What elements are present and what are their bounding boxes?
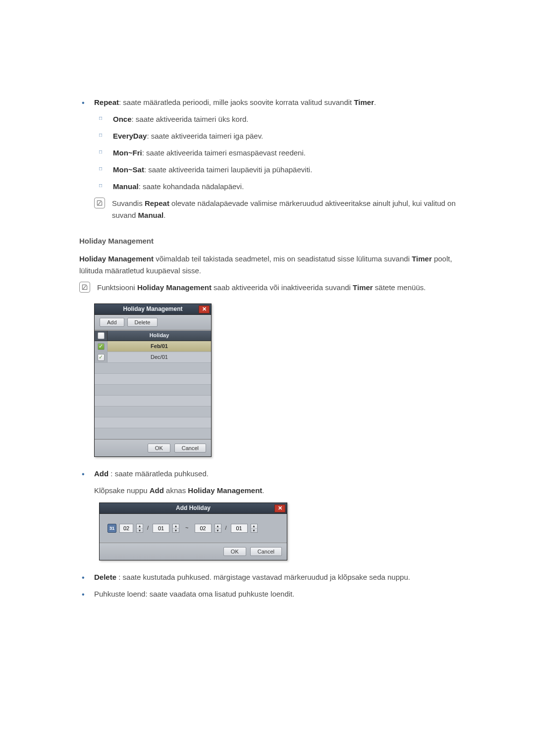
table-row-empty xyxy=(95,385,211,396)
hm-row-value: Feb/01 xyxy=(107,342,211,351)
date-separator: / xyxy=(224,524,228,533)
table-row-empty xyxy=(95,396,211,406)
hm-note-b1: Holiday Management xyxy=(137,283,212,292)
delete-tail: : saate kustutada puhkused. märgistage v… xyxy=(116,573,410,581)
repeat-note: Suvandis Repeat olevate nädalapäevade va… xyxy=(94,198,456,221)
repeat-monsat-desc: : saate aktiveerida taimeri laupäeviti j… xyxy=(144,165,312,174)
delete-button[interactable]: Delete xyxy=(127,318,158,327)
add-line2-trail: . xyxy=(262,486,264,495)
note-icon xyxy=(79,282,90,293)
hm-note-trail: sätete menüüs. xyxy=(373,283,426,292)
repeat-everyday: EveryDay: saate aktiveerida taimeri iga … xyxy=(94,130,456,142)
ok-button[interactable]: OK xyxy=(148,444,170,453)
ah-title: Add Holiday xyxy=(176,504,211,513)
repeat-everyday-desc: : saate aktiveerida taimeri iga päev. xyxy=(147,132,263,140)
repeat-manual-label: Manual xyxy=(113,182,139,191)
repeat-monfri-label: Mon~Fri xyxy=(113,149,142,157)
hm-table-header: Holiday xyxy=(95,330,211,341)
hm-row-value: Dec/01 xyxy=(107,353,211,362)
repeat-manual-desc: : saate kohandada nädalapäevi. xyxy=(139,182,244,191)
add-label: Add xyxy=(94,469,108,478)
table-row-empty xyxy=(95,406,211,417)
hm-heading: Holiday Management xyxy=(79,235,456,247)
hm-header-checkbox[interactable] xyxy=(98,332,105,339)
repeat-item: Repeat: saate määratleda perioodi, mille… xyxy=(79,97,456,108)
repeat-desc: : saate määratleda perioodi, mille jaoks… xyxy=(119,98,354,106)
repeat-trail: . xyxy=(374,98,376,106)
holiday-management-dialog: Holiday Management ✕ Add Delete Holiday … xyxy=(94,303,212,457)
note-icon xyxy=(94,198,105,208)
end-month-field[interactable] xyxy=(195,524,212,533)
table-row[interactable]: ✓ Dec/01 xyxy=(95,352,211,363)
hm-rows: ✓ Feb/01 ✓ Dec/01 xyxy=(95,341,211,439)
range-separator: ~ xyxy=(182,524,191,533)
end-month-stepper[interactable]: ▲▼ xyxy=(214,524,221,533)
close-icon[interactable]: ✕ xyxy=(199,305,210,313)
delete-label: Delete xyxy=(94,573,116,581)
ah-footer: OK Cancel xyxy=(100,543,287,560)
hm-column-holiday: Holiday xyxy=(107,331,211,340)
hm-note-mid: saab aktiveerida või inaktiveerida suvan… xyxy=(212,283,353,292)
add-item: Add : saate määratleda puhkused. xyxy=(79,468,456,480)
repeat-monsat-label: Mon~Sat xyxy=(113,165,144,174)
holiday-list-item: Puhkuste loend: saate vaadata oma lisatu… xyxy=(79,588,456,600)
repeat-note-text: Suvandis Repeat olevate nädalapäevade va… xyxy=(112,198,456,221)
start-month-stepper[interactable]: ▲▼ xyxy=(136,524,143,533)
table-row-empty xyxy=(95,374,211,385)
start-month-field[interactable] xyxy=(119,524,133,533)
hm-note-text: Funktsiooni Holiday Management saab akti… xyxy=(97,282,456,294)
ah-body: 31 ▲▼ / ▲▼ ~ ▲▼ / ▲▼ xyxy=(100,514,287,543)
hm-row-checkbox[interactable]: ✓ xyxy=(98,343,105,350)
add-line2-b1: Add xyxy=(150,486,164,495)
ok-button[interactable]: OK xyxy=(223,547,246,556)
hm-para1-timer: Timer xyxy=(412,254,432,263)
hm-footer: OK Cancel xyxy=(95,439,211,456)
repeat-monsat: Mon~Sat: saate aktiveerida taimeri laupä… xyxy=(94,164,456,176)
hm-note-pre: Funktsiooni xyxy=(97,283,137,292)
repeat-timer-word: Timer xyxy=(354,98,374,106)
repeat-monfri-desc: : saate aktiveerida taimeri esmaspäevast… xyxy=(142,149,306,157)
ah-titlebar: Add Holiday ✕ xyxy=(100,503,287,514)
cancel-button[interactable]: Cancel xyxy=(174,444,206,453)
add-tail: : saate määratleda puhkused. xyxy=(108,469,209,478)
table-row-empty xyxy=(95,428,211,439)
hm-note: Funktsiooni Holiday Management saab akti… xyxy=(79,282,456,294)
add-button[interactable]: Add xyxy=(100,318,124,327)
date-separator: / xyxy=(146,524,150,533)
add-line2-b2: Holiday Management xyxy=(188,486,262,495)
hm-row-checkbox[interactable]: ✓ xyxy=(98,354,105,361)
hm-header-checkbox-cell xyxy=(95,331,107,341)
repeat-manual: Manual: saate kohandada nädalapäevi. xyxy=(94,181,456,193)
add-holiday-dialog: Add Holiday ✕ 31 ▲▼ / ▲▼ ~ ▲▼ / ▲▼ OK Ca… xyxy=(99,503,287,560)
start-day-field[interactable] xyxy=(153,524,169,533)
hm-para1-mid: võimaldab teil takistada seadmetel, mis … xyxy=(154,254,412,263)
hm-titlebar: Holiday Management ✕ xyxy=(95,304,211,315)
repeat-once-label: Once xyxy=(113,115,132,123)
repeat-note-pre: Suvandis xyxy=(112,199,145,207)
add-line2: Klõpsake nuppu Add aknas Holiday Managem… xyxy=(94,485,456,497)
delete-item: Delete : saate kustutada puhkused. märgi… xyxy=(79,571,456,583)
holiday-list-text: Puhkuste loend: saate vaadata oma lisatu… xyxy=(94,590,294,598)
end-day-field[interactable] xyxy=(231,524,248,533)
hm-para1: Holiday Management võimaldab teil takist… xyxy=(79,253,456,277)
hm-row-checkcell: ✓ xyxy=(95,341,107,352)
hm-row-checkcell: ✓ xyxy=(95,352,107,362)
repeat-note-trail: . xyxy=(163,211,165,219)
repeat-once: Once: saate aktiveerida taimeri üks kord… xyxy=(94,113,456,125)
close-icon[interactable]: ✕ xyxy=(274,504,285,512)
table-row[interactable]: ✓ Feb/01 xyxy=(95,341,211,352)
add-line2-mid: aknas xyxy=(164,486,188,495)
add-line2-pre: Klõpsake nuppu xyxy=(94,486,150,495)
repeat-once-desc: : saate aktiveerida taimeri üks kord. xyxy=(132,115,249,123)
hm-toolbar: Add Delete xyxy=(95,315,211,330)
start-day-stepper[interactable]: ▲▼ xyxy=(172,524,179,533)
repeat-label: Repeat xyxy=(94,98,119,106)
cancel-button[interactable]: Cancel xyxy=(250,547,282,556)
hm-title: Holiday Management xyxy=(123,304,182,314)
repeat-monfri: Mon~Fri: saate aktiveerida taimeri esmas… xyxy=(94,147,456,159)
calendar-icon: 31 xyxy=(107,524,116,533)
table-row-empty xyxy=(95,363,211,374)
hm-para1-b: Holiday Management xyxy=(79,254,154,263)
end-day-stepper[interactable]: ▲▼ xyxy=(251,524,258,533)
repeat-note-b1: Repeat xyxy=(145,199,169,207)
